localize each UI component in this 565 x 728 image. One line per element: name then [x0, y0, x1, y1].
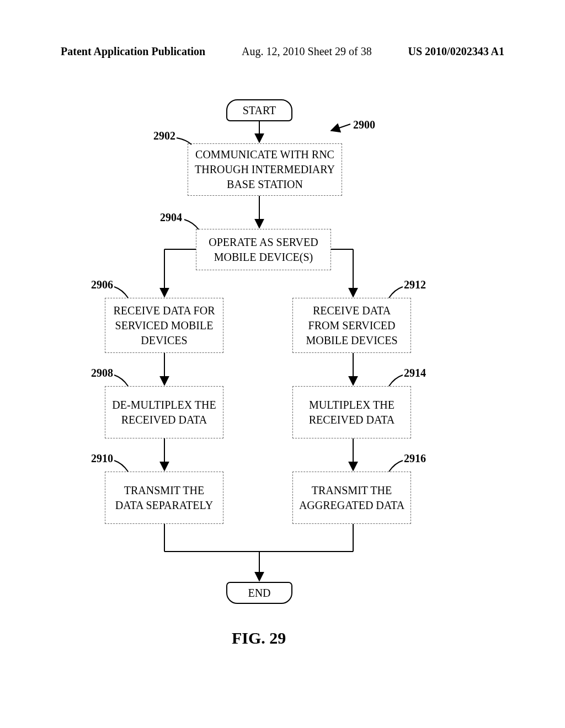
- step-2910: TRANSMIT THE DATA SEPARATELY: [105, 472, 223, 524]
- step-2908: DE-MULTIPLEX THE RECEIVED DATA: [105, 386, 223, 438]
- step-2914: MULTIPLEX THE RECEIVED DATA: [292, 386, 411, 438]
- ref-2906: 2906: [91, 279, 113, 291]
- flowchart: START COMMUNICATE WITH RNC THROUGH INTER…: [0, 0, 565, 728]
- svg-line-14: [331, 124, 350, 131]
- step-2916: TRANSMIT THE AGGREGATED DATA: [292, 472, 411, 524]
- figure-label: FIG. 29: [232, 629, 286, 647]
- step-2904: OPERATE AS SERVED MOBILE DEVICE(S): [196, 229, 331, 270]
- step-2906: RECEIVE DATA FOR SERVICED MOBILE DEVICES: [105, 298, 223, 353]
- ref-2902: 2902: [153, 130, 175, 142]
- step-2912: RECEIVE DATA FROM SERVICED MOBILE DEVICE…: [292, 298, 411, 353]
- ref-2904: 2904: [160, 211, 182, 224]
- ref-2914: 2914: [404, 367, 426, 379]
- step-2902: COMMUNICATE WITH RNC THROUGH INTERMEDIAR…: [188, 143, 342, 196]
- ref-2900: 2900: [353, 119, 375, 131]
- ref-2916: 2916: [404, 452, 426, 465]
- ref-2908: 2908: [91, 367, 113, 379]
- ref-2912: 2912: [404, 279, 426, 291]
- end-node: END: [226, 582, 292, 604]
- ref-2910: 2910: [91, 452, 113, 465]
- start-node: START: [226, 99, 292, 121]
